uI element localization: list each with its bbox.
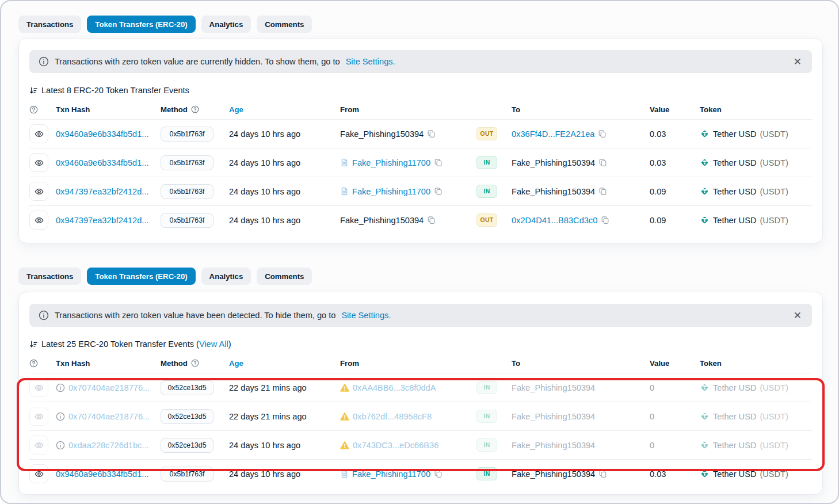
txn-hash-link[interactable]: 0x9460a9e6b334fb5d1... bbox=[56, 129, 149, 139]
eye-button[interactable] bbox=[29, 378, 48, 397]
eye-button[interactable] bbox=[29, 153, 48, 172]
warning-triangle-icon bbox=[340, 441, 349, 450]
eye-button[interactable] bbox=[29, 182, 48, 201]
token-symbol: (USDT) bbox=[760, 383, 788, 392]
tab-analytics[interactable]: Analytics bbox=[201, 268, 251, 285]
copy-icon[interactable] bbox=[427, 216, 436, 224]
tab-token-transfers[interactable]: Token Transfers (ERC-20) bbox=[87, 16, 195, 33]
table-row: 0x947397ea32bf2412d... 0x5b1f763f 24 day… bbox=[29, 205, 812, 234]
token-name[interactable]: Tether USD bbox=[713, 187, 756, 196]
value-cell: 0.03 bbox=[650, 129, 700, 139]
from-address-link[interactable]: Fake_Phishing11700 bbox=[352, 158, 430, 167]
page-frame: Transactions Token Transfers (ERC-20) An… bbox=[0, 0, 839, 504]
tab-transactions[interactable]: Transactions bbox=[18, 268, 81, 285]
site-settings-link[interactable]: Site Settings. bbox=[346, 57, 395, 66]
copy-icon[interactable] bbox=[598, 129, 607, 138]
latest-events-label: Latest 25 ERC-20 Token Transfer Events ( bbox=[41, 339, 199, 349]
value-cell: 0.03 bbox=[650, 158, 700, 167]
direction-badge: IN bbox=[476, 410, 497, 423]
tether-usdt-icon bbox=[700, 186, 710, 196]
to-address: Fake_Phishing150394 bbox=[512, 158, 595, 167]
view-all-link[interactable]: View All bbox=[199, 339, 228, 349]
value-cell: 0.09 bbox=[650, 187, 700, 196]
token-symbol: (USDT) bbox=[760, 412, 788, 421]
tab-comments[interactable]: Comments bbox=[257, 268, 312, 285]
token-name[interactable]: Tether USD bbox=[713, 158, 756, 167]
col-age[interactable]: Age bbox=[229, 105, 340, 114]
eye-button[interactable] bbox=[29, 211, 48, 230]
token-name[interactable]: Tether USD bbox=[713, 129, 756, 139]
tether-usdt-icon bbox=[700, 469, 710, 479]
method-badge: 0x5b1f763f bbox=[161, 127, 213, 142]
method-badge: 0x52ce13d5 bbox=[161, 409, 213, 424]
from-address-link[interactable]: 0xb762df...48958cF8 bbox=[353, 412, 432, 421]
direction-badge: OUT bbox=[476, 127, 497, 140]
info-circle-icon bbox=[39, 310, 49, 320]
to-address-link[interactable]: 0x36Ff4D...FE2A21ea bbox=[512, 129, 594, 139]
info-circle-icon bbox=[56, 412, 65, 421]
tab-bar-top: Transactions Token Transfers (ERC-20) An… bbox=[18, 16, 312, 33]
latest-events-label-suffix: ) bbox=[228, 339, 231, 349]
copy-icon[interactable] bbox=[598, 469, 607, 478]
txn-hash-link[interactable]: 0x947397ea32bf2412d... bbox=[56, 216, 149, 225]
direction-badge: OUT bbox=[476, 213, 497, 227]
token-symbol: (USDT) bbox=[760, 158, 788, 167]
from-address: Fake_Phishing150394 bbox=[340, 129, 424, 139]
tab-comments[interactable]: Comments bbox=[257, 16, 312, 33]
tab-token-transfers[interactable]: Token Transfers (ERC-20) bbox=[87, 268, 195, 285]
token-symbol: (USDT) bbox=[760, 129, 788, 139]
txn-hash-link[interactable]: 0xdaa228c726d1bc... bbox=[68, 441, 149, 450]
direction-badge: IN bbox=[476, 185, 497, 198]
token-name[interactable]: Tether USD bbox=[713, 469, 756, 479]
txn-hash-link[interactable]: 0x9460a9e6b334fb5d1... bbox=[56, 469, 149, 479]
from-address-link[interactable]: Fake_Phishing11700 bbox=[352, 187, 430, 196]
table-header-row: Txn Hash Method Age From To Value Token bbox=[29, 353, 812, 373]
copy-icon[interactable] bbox=[434, 158, 443, 167]
token-name[interactable]: Tether USD bbox=[713, 216, 756, 225]
direction-badge: IN bbox=[476, 381, 497, 394]
txn-hash-link[interactable]: 0x707404ae218776... bbox=[68, 412, 150, 421]
direction-badge: IN bbox=[476, 467, 497, 480]
from-address-link[interactable]: 0xAA4BB6...3c8f0ddA bbox=[353, 383, 436, 392]
from-address-link[interactable]: Fake_Phishing11700 bbox=[352, 469, 430, 479]
copy-icon[interactable] bbox=[601, 216, 609, 224]
tab-analytics[interactable]: Analytics bbox=[201, 16, 251, 33]
col-txn-hash: Txn Hash bbox=[56, 105, 161, 114]
token-name[interactable]: Tether USD bbox=[713, 441, 756, 450]
eye-button[interactable] bbox=[29, 464, 48, 483]
col-age[interactable]: Age bbox=[229, 359, 340, 368]
to-address: Fake_Phishing150394 bbox=[512, 412, 595, 421]
site-settings-link[interactable]: Site Settings. bbox=[341, 311, 391, 320]
transfers-table-top: Txn Hash Method Age From To Value Token … bbox=[29, 100, 812, 234]
close-icon[interactable]: ✕ bbox=[792, 56, 803, 68]
table-row: 0x947397ea32bf2412d... 0x5b1f763f 24 day… bbox=[29, 177, 812, 205]
copy-icon[interactable] bbox=[427, 129, 436, 138]
from-address-link[interactable]: 0x743DC3...eDc66B36 bbox=[353, 441, 438, 450]
col-token: Token bbox=[700, 105, 812, 114]
token-name[interactable]: Tether USD bbox=[713, 412, 756, 421]
copy-icon[interactable] bbox=[434, 187, 443, 196]
age-cell: 24 days 10 hrs ago bbox=[229, 187, 340, 196]
copy-icon[interactable] bbox=[434, 469, 443, 478]
copy-icon[interactable] bbox=[598, 187, 607, 196]
age-cell: 24 days 10 hrs ago bbox=[229, 129, 340, 139]
copy-icon[interactable] bbox=[598, 158, 607, 167]
token-symbol: (USDT) bbox=[760, 441, 788, 450]
token-name[interactable]: Tether USD bbox=[713, 383, 756, 392]
eye-button[interactable] bbox=[29, 124, 48, 143]
age-cell: 24 days 10 hrs ago bbox=[229, 216, 340, 225]
to-address-link[interactable]: 0x2D4D41...B83Cd3c0 bbox=[512, 216, 597, 225]
table-row: 0x9460a9e6b334fb5d1... 0x5b1f763f 24 day… bbox=[29, 148, 812, 177]
close-icon[interactable]: ✕ bbox=[792, 310, 803, 322]
zero-value-banner: Transactions with zero token value have … bbox=[29, 304, 812, 327]
info-circle-icon bbox=[56, 441, 65, 450]
txn-hash-link[interactable]: 0x947397ea32bf2412d... bbox=[56, 187, 149, 196]
to-address: Fake_Phishing150394 bbox=[512, 441, 595, 450]
eye-button[interactable] bbox=[29, 436, 48, 455]
method-badge: 0x52ce13d5 bbox=[161, 438, 213, 453]
method-badge: 0x5b1f763f bbox=[161, 467, 213, 482]
tab-transactions[interactable]: Transactions bbox=[18, 16, 81, 33]
txn-hash-link[interactable]: 0x707404ae218776... bbox=[68, 383, 150, 392]
eye-button[interactable] bbox=[29, 407, 48, 426]
txn-hash-link[interactable]: 0x9460a9e6b334fb5d1... bbox=[56, 158, 149, 167]
